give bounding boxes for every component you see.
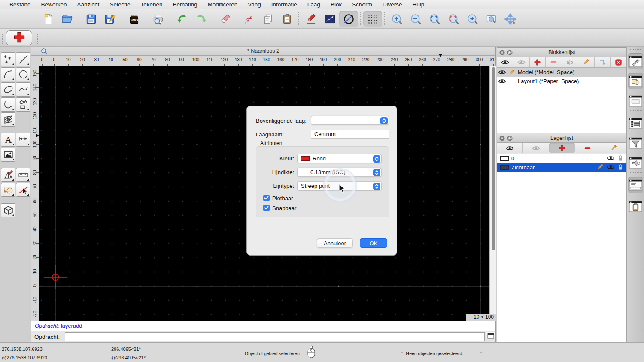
library-browser-toggle[interactable]: [628, 53, 643, 69]
show-all-blocks-button[interactable]: [497, 57, 513, 67]
text-tool[interactable]: A: [1, 133, 15, 147]
menu-selectie[interactable]: Selectie: [104, 0, 135, 9]
shape-tool[interactable]: [16, 97, 30, 112]
block-list-toggle[interactable]: [628, 73, 643, 89]
spline-tool[interactable]: [16, 82, 30, 97]
rename-block-button[interactable]: a|b: [562, 57, 578, 67]
arc-tool[interactable]: [1, 67, 15, 81]
edit-block-button[interactable]: [578, 57, 595, 67]
eye-icon[interactable]: [607, 155, 615, 162]
layer-list-toggle[interactable]: [628, 115, 643, 131]
clipboard-toggle[interactable]: [628, 198, 643, 214]
new-file-button[interactable]: [39, 11, 58, 27]
modify-tool[interactable]: [1, 168, 15, 182]
add-block-button[interactable]: [530, 57, 546, 67]
edit-layer-button[interactable]: [601, 143, 626, 153]
hatch-tool[interactable]: [1, 112, 15, 127]
block-list-row[interactable]: Model (*Model_Space): [497, 68, 626, 77]
ellipse-tool[interactable]: [1, 82, 15, 97]
property-editor-toggle[interactable]: [628, 93, 643, 109]
ok-button[interactable]: OK: [360, 238, 387, 248]
solid-tool[interactable]: [1, 203, 15, 217]
show-all-layers-button[interactable]: [497, 143, 523, 153]
menu-aanzicht[interactable]: Aanzicht: [72, 0, 105, 9]
copy-button[interactable]: +: [258, 11, 277, 27]
zoom-previous-button[interactable]: [463, 11, 482, 27]
delete-button[interactable]: [216, 11, 234, 27]
image-tool[interactable]: [1, 148, 15, 162]
print-preview-button[interactable]: [149, 11, 167, 27]
dimension-tool[interactable]: [16, 133, 30, 147]
scrollbar-thumb[interactable]: [492, 67, 495, 250]
measure-tool[interactable]: [16, 168, 30, 182]
pan-button[interactable]: [501, 11, 519, 27]
menu-vang[interactable]: Vang: [243, 0, 266, 9]
cut-button[interactable]: ✂+: [240, 11, 258, 27]
parent-layer-select[interactable]: [311, 116, 389, 125]
command-window-button[interactable]: [486, 332, 495, 341]
zoom-auto-button[interactable]: [425, 11, 444, 27]
hide-all-layers-button[interactable]: [523, 143, 549, 153]
remove-layer-button[interactable]: [575, 143, 601, 153]
menu-informatie[interactable]: Informatie: [266, 0, 302, 9]
widget-toggle[interactable]: [628, 154, 643, 171]
edit-button[interactable]: [301, 11, 320, 27]
purge-block-button[interactable]: [611, 57, 626, 67]
paste-button[interactable]: [277, 11, 296, 27]
open-file-button[interactable]: [58, 11, 76, 27]
circle-tool[interactable]: [16, 67, 30, 81]
block-list-row[interactable]: Layout1 (*Paper_Space): [497, 77, 626, 86]
zoom-selection-button[interactable]: [444, 11, 463, 27]
lock-blue-icon[interactable]: [618, 164, 623, 172]
zoom-out-button[interactable]: [406, 11, 425, 27]
insert-block-button[interactable]: [595, 57, 611, 67]
eye-icon[interactable]: [497, 78, 507, 84]
add-tool-button[interactable]: [6, 30, 32, 45]
menu-diverse[interactable]: Diverse: [377, 0, 407, 9]
layer-list-row[interactable]: Zichtbaar: [497, 163, 626, 172]
menu-bestand[interactable]: Bestand: [4, 0, 36, 9]
undo-button[interactable]: [173, 11, 191, 27]
menu-scherm[interactable]: Scherm: [347, 0, 377, 9]
block-name: Model (*Model_Space): [518, 69, 574, 75]
pencil-icon[interactable]: [507, 69, 516, 76]
selection-filter-toggle[interactable]: [628, 135, 643, 151]
command-input[interactable]: [65, 332, 485, 341]
hide-all-blocks-button[interactable]: [513, 57, 530, 67]
block-tool[interactable]: [1, 183, 15, 197]
zoom-in-button[interactable]: [387, 11, 406, 27]
eye-icon[interactable]: [607, 164, 615, 171]
cancel-button[interactable]: Annuleer: [317, 238, 353, 248]
plottable-checkbox[interactable]: [263, 195, 270, 201]
snappable-checkbox[interactable]: [263, 205, 270, 211]
vertical-scrollbar[interactable]: [489, 66, 496, 314]
command-line-toggle[interactable]: [628, 177, 643, 193]
grid-toggle[interactable]: [363, 11, 382, 27]
save-button[interactable]: [82, 11, 100, 27]
points-tool[interactable]: [1, 52, 15, 66]
svg-export-button[interactable]: SVG: [125, 11, 143, 27]
layer-name-field[interactable]: Centrum: [311, 130, 389, 139]
menu-bewerken[interactable]: Bewerken: [36, 0, 72, 9]
menu-blok[interactable]: Blok: [325, 0, 347, 9]
menu-laag[interactable]: Laag: [302, 0, 325, 9]
menu-tekenen[interactable]: Tekenen: [135, 0, 167, 9]
menu-modificeren[interactable]: Modificeren: [203, 0, 243, 9]
add-layer-button[interactable]: [549, 143, 575, 153]
save-as-button[interactable]: [100, 11, 119, 27]
eye-icon[interactable]: [497, 69, 507, 75]
lock-icon[interactable]: [618, 155, 623, 163]
zoom-window-button[interactable]: [482, 11, 501, 27]
menu-hulp[interactable]: Hulp: [407, 0, 429, 9]
polyline-tool[interactable]: [1, 97, 15, 112]
redo-button[interactable]: [191, 11, 210, 27]
line-tool[interactable]: [16, 52, 30, 66]
relative-zero-button[interactable]: [320, 11, 339, 27]
layer-list-row[interactable]: 0: [497, 154, 626, 163]
draft-mode-toggle[interactable]: [339, 11, 358, 27]
pencil-icon[interactable]: [597, 163, 604, 172]
select-tool[interactable]: [16, 183, 30, 197]
menu-bemating[interactable]: Bemating: [167, 0, 202, 9]
color-select[interactable]: Rood: [297, 154, 382, 163]
remove-block-button[interactable]: [546, 57, 562, 67]
